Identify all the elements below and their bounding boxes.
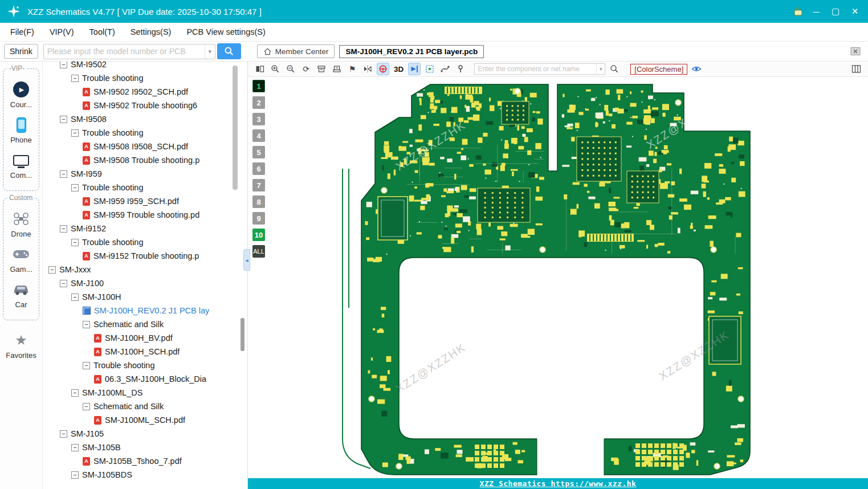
menu-item[interactable]: VIP(V) [50, 27, 74, 36]
collapse-icon[interactable]: − [48, 266, 56, 274]
layer-button-1[interactable]: 1 [252, 80, 265, 92]
layer-button-10[interactable]: 10 [252, 229, 265, 241]
member-center-button[interactable]: Member Center [257, 44, 335, 58]
collapse-icon[interactable]: − [71, 444, 79, 451]
tree-item[interactable]: −SM-J100ML_DS [43, 386, 247, 400]
tree-item[interactable]: −SM-i9152 [43, 222, 247, 235]
collapse-icon[interactable]: − [71, 75, 79, 82]
layer-button-5[interactable]: 5 [252, 146, 265, 158]
chevron-down-icon[interactable]: ▾ [596, 64, 605, 74]
component-search-icon[interactable] [608, 63, 621, 75]
sidebar-item-game[interactable]: Gam... [5, 246, 38, 274]
flag-icon[interactable]: ⚑ [346, 63, 358, 75]
collapse-icon[interactable]: − [83, 321, 90, 328]
pcb-document-tab[interactable]: SM-J100H_REV0.2 J1 PCB layer.pcb [339, 45, 484, 58]
menu-item[interactable]: Tool(T) [89, 27, 115, 36]
threed-toggle[interactable]: 3D [392, 65, 405, 74]
minimize-button[interactable]: ─ [806, 0, 826, 23]
tree-item[interactable]: −Trouble shooting [43, 358, 247, 372]
component-search-input[interactable] [475, 65, 596, 73]
collapse-icon[interactable]: − [60, 430, 67, 438]
layer-button-7[interactable]: 7 [252, 179, 265, 191]
tree-item[interactable]: ASM-I959 I959_SCH.pdf [43, 194, 247, 208]
curve-measure-icon[interactable] [439, 63, 451, 75]
tree-item[interactable]: −SM-I9502 [43, 62, 247, 71]
collapse-icon[interactable]: − [71, 184, 79, 191]
tree-item[interactable]: −Schematic and Silk [43, 317, 247, 331]
collapse-icon[interactable]: − [83, 403, 90, 410]
model-search-input[interactable] [44, 47, 205, 56]
tree-item[interactable]: ASM-J105B_Tshoo_7.pdf [43, 454, 247, 468]
rotate-icon[interactable]: ⟳ [300, 63, 312, 75]
menu-item[interactable]: File(F) [10, 27, 34, 36]
model-search-go-button[interactable] [217, 43, 241, 59]
menu-item[interactable]: Settings(S) [131, 27, 172, 36]
probe-pin-icon[interactable] [454, 63, 467, 75]
model-search-combo[interactable]: ▾ [43, 44, 215, 59]
collapse-icon[interactable]: − [71, 239, 79, 246]
tree-item[interactable]: ASM-I9502 Trouble shooting6 [43, 99, 247, 112]
collapse-icon[interactable]: − [60, 62, 67, 68]
collapse-icon[interactable]: − [60, 170, 67, 178]
tree-item[interactable]: −SM-J100 [43, 276, 247, 290]
bottom-view-icon[interactable] [331, 63, 343, 75]
pcb-canvas-area[interactable]: 12345678910ALL XZZ@XZZHKXZZ@XZZHKXZZ@XZZ… [248, 77, 868, 478]
colorscheme-button[interactable]: [ColorScheme] [630, 64, 687, 75]
collapse-icon[interactable]: − [71, 129, 79, 137]
tree-item[interactable]: −Trouble shooting [43, 235, 247, 249]
tree-inner-scrollbar-thumb[interactable] [241, 318, 244, 351]
menu-item[interactable]: PCB View settings(S) [186, 27, 265, 36]
top-view-icon[interactable] [315, 63, 328, 75]
split-view-icon[interactable] [254, 63, 266, 75]
layer-button-8[interactable]: 8 [252, 195, 265, 208]
zoom-in-icon[interactable] [269, 63, 282, 75]
tree-item[interactable]: ASM-I959 Trouble shooting.pd [43, 208, 247, 222]
tree-item[interactable]: −Trouble shooting [43, 126, 247, 140]
tree-scrollbar-thumb[interactable] [233, 66, 238, 190]
mirror-icon[interactable] [361, 63, 374, 75]
sidebar-item-car[interactable]: Car [5, 281, 38, 309]
tree-item[interactable]: ASM-I9508 I9508_SCH.pdf [43, 140, 247, 153]
chevron-down-icon[interactable]: ▾ [205, 44, 215, 59]
collapse-icon[interactable]: − [71, 471, 79, 479]
tree-item[interactable]: A06.3_SM-J100H_Block_Dia [43, 372, 247, 386]
close-button[interactable]: ✕ [845, 0, 865, 23]
tree-item[interactable]: SM-J100H_REV0.2 J1 PCB lay [43, 304, 247, 317]
tree-item[interactable]: ASM-I9502 I9502_SCH.pdf [43, 85, 247, 99]
tree-item[interactable]: ASM-I9508 Trouble shooting.p [43, 153, 247, 167]
sidebar-item-drone[interactable]: Drone [5, 210, 38, 238]
collapse-icon[interactable]: − [60, 280, 67, 287]
tree-item[interactable]: −SM-J100H [43, 290, 247, 304]
close-panel-icon[interactable] [850, 47, 861, 56]
tree-item[interactable]: −SM-Jxxx [43, 263, 247, 276]
tree-item[interactable]: ASM-J100H_SCH.pdf [43, 345, 247, 358]
pcb-board-image[interactable]: XZZ@XZZHKXZZ@XZZHKXZZ@XZZHKXZZ@XZZHK [248, 77, 868, 478]
maximize-button[interactable]: ▢ [826, 0, 845, 23]
car-mode-icon[interactable] [377, 63, 389, 75]
tree-item[interactable]: −Trouble shooting [43, 71, 247, 85]
tree-item[interactable]: −SM-I959 [43, 167, 247, 181]
sidebar-item-favorites[interactable]: ★ Favorites [0, 332, 42, 360]
layer-button-4[interactable]: 4 [252, 129, 265, 142]
vip-bag-icon[interactable] [789, 7, 806, 17]
layer-button-3[interactable]: 3 [252, 113, 265, 125]
tree-item[interactable]: −SM-J105 [43, 427, 247, 441]
tree-item[interactable]: ASM-J100ML_SCH.pdf [43, 413, 247, 427]
collapse-icon[interactable]: − [83, 362, 90, 369]
tree-item[interactable]: −Trouble shooting [43, 181, 247, 194]
measure-arrow-icon[interactable] [408, 63, 421, 75]
tree-item[interactable]: −SM-J105B [43, 441, 247, 454]
side-panel-icon[interactable] [850, 63, 862, 75]
layer-button-9[interactable]: 9 [252, 212, 265, 225]
tree-item[interactable]: ASM-J100H_BV.pdf [43, 331, 247, 345]
component-search-combo[interactable]: ▾ [474, 63, 605, 75]
layer-button-2[interactable]: 2 [252, 96, 265, 109]
zoom-out-icon[interactable] [284, 63, 297, 75]
collapse-icon[interactable]: − [60, 116, 67, 123]
tree-item[interactable]: ASM-i9152 Trouble shooting.p [43, 249, 247, 263]
tree-item[interactable]: −SM-J105BDS [43, 468, 247, 482]
sidebar-item-computer[interactable]: Com... [5, 152, 38, 180]
collapse-icon[interactable]: − [71, 389, 79, 397]
tree-item[interactable]: −SM-I9508 [43, 112, 247, 126]
layer-button-ALL[interactable]: ALL [252, 245, 265, 258]
